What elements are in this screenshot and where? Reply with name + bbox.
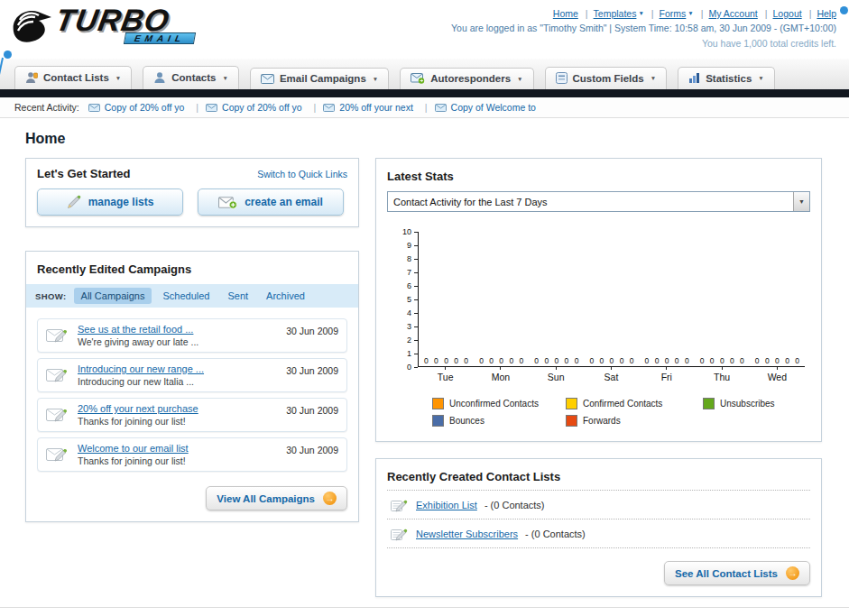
legend-item: Confirmed Contacts: [566, 398, 703, 409]
contact-list-row[interactable]: Newsletter Subscribers - (0 Contacts): [387, 519, 810, 548]
campaign-row[interactable]: 20% off your next purchase Thanks for jo…: [37, 398, 347, 432]
tab-custom-fields[interactable]: Custom Fields ▼: [545, 67, 668, 89]
arrow-right-icon: →: [786, 566, 799, 580]
campaigns-title: Recently Edited Campaigns: [37, 262, 191, 276]
y-tick-label: 7: [407, 268, 411, 277]
recently-edited-campaigns-panel: Recently Edited Campaigns SHOW: All Camp…: [25, 251, 359, 522]
legend-swatch: [566, 415, 577, 427]
logo-swoosh-icon: [11, 6, 52, 44]
chart-day-group: 0 0 0 0 0: [750, 232, 805, 366]
recent-activity-link[interactable]: 20% off your next: [323, 102, 434, 113]
campaign-title-link[interactable]: Welcome to our email list: [78, 443, 278, 454]
campaign-subtitle: Introducing our new Italia ...: [78, 376, 278, 387]
campaign-row[interactable]: Welcome to our email list Thanks for joi…: [37, 437, 347, 472]
tab-contacts[interactable]: Contacts ▼: [143, 66, 239, 89]
contact-list-link[interactable]: Newsletter Subscribers: [416, 529, 518, 539]
y-tick-label: 9: [407, 241, 411, 250]
campaign-subtitle: Thanks for joining our list!: [78, 455, 278, 466]
chart-day-group: 0 0 0 0 0: [640, 232, 695, 366]
recent-activity-link[interactable]: Copy of Welcome to: [435, 102, 536, 113]
arrow-right-icon: →: [323, 492, 337, 505]
legend-item: Bounces: [432, 415, 566, 427]
envelope-icon: [206, 104, 217, 112]
campaign-text: See us at the retail food ... We're givi…: [78, 324, 278, 347]
x-tick-label: Fri: [639, 367, 694, 385]
filter-scheduled[interactable]: Scheduled: [155, 288, 217, 304]
statistics-icon: [688, 72, 700, 84]
create-email-button[interactable]: create an email: [198, 188, 344, 216]
nav-help-link[interactable]: Help: [817, 6, 836, 21]
tab-label: Contact Lists: [43, 72, 109, 83]
nav-logout-link[interactable]: Logout: [773, 6, 817, 21]
tab-label: Email Campaigns: [280, 73, 366, 84]
x-tick-label: Thu: [694, 367, 749, 385]
campaign-row[interactable]: See us at the retail food ... We're givi…: [37, 318, 347, 353]
filter-all-campaigns[interactable]: All Campaigns: [74, 288, 152, 304]
tab-autoresponders[interactable]: Autoresponders ▼: [400, 68, 533, 89]
campaign-edit-icon: [46, 406, 69, 424]
dropdown-caret-icon: ▼: [373, 76, 378, 82]
tab-contact-lists[interactable]: Contact Lists ▼: [14, 66, 132, 89]
edit-list-icon: [391, 526, 409, 541]
y-tick-label: 10: [402, 227, 411, 236]
campaign-row[interactable]: Introducing our new range ... Introducin…: [37, 358, 347, 392]
filter-sent[interactable]: Sent: [220, 288, 255, 304]
campaign-title-link[interactable]: 20% off your next purchase: [78, 403, 278, 414]
tab-label: Autoresponders: [430, 73, 511, 84]
tab-label: Statistics: [706, 73, 752, 84]
recent-activity-link[interactable]: Copy of 20% off yo: [88, 102, 206, 113]
recent-activity-link[interactable]: Copy of 20% off yo: [206, 102, 323, 113]
zero-value-labels: 0 0 0 0 0: [645, 356, 689, 366]
manage-lists-button[interactable]: manage lists: [37, 188, 183, 216]
see-all-contact-lists-button[interactable]: See All Contact Lists →: [664, 561, 810, 585]
turbo-email-logo[interactable]: TURBO EMAIL: [5, 5, 200, 46]
logo-title: TURBO: [53, 6, 171, 34]
contact-activity-chart: 10 9 8 7 6 5 4 3 2 1 0: [385, 232, 805, 385]
campaign-title-link[interactable]: See us at the retail food ...: [78, 324, 278, 335]
chart-y-axis: 10 9 8 7 6 5 4 3 2 1 0: [385, 232, 418, 367]
credits-info: You have 1,000 total credits left.: [451, 36, 836, 51]
main-content: Home Let's Get Started Switch to Quick L…: [0, 118, 849, 597]
chart-plot-area: 0 0 0 0 0 0 0 0 0 0 0 0 0 0 0 0 0 0 0 0 …: [418, 232, 805, 367]
contact-list-count: - (0 Contacts): [484, 500, 545, 510]
tab-label: Custom Fields: [573, 73, 644, 84]
campaign-title-link[interactable]: Introducing our new range ...: [78, 363, 278, 374]
y-tick-label: 3: [407, 322, 411, 331]
page-title: Home: [25, 131, 822, 147]
zero-value-labels: 0 0 0 0 0: [534, 356, 578, 366]
zero-value-labels: 0 0 0 0 0: [424, 356, 468, 366]
nav-templates-link[interactable]: Templates▼: [594, 6, 660, 21]
y-tick-label: 5: [407, 295, 411, 304]
y-tick-label: 4: [407, 308, 411, 317]
contact-list-row[interactable]: Exhibition List - (0 Contacts): [387, 490, 810, 519]
contact-list-link[interactable]: Exhibition List: [416, 500, 477, 510]
contacts-icon: [153, 71, 166, 84]
envelope-plus-icon: [218, 196, 237, 209]
y-tick-label: 1: [407, 349, 411, 358]
selected-range: Contact Activity for the Last 7 Days: [388, 197, 548, 207]
logo-subtitle: EMAIL: [124, 32, 196, 44]
nav-forms-link[interactable]: Forms▼: [660, 6, 709, 21]
switch-to-quick-links-link[interactable]: Switch to Quick Links: [257, 169, 347, 179]
campaign-date: 30 Jun 2009: [286, 445, 338, 455]
view-all-campaigns-button[interactable]: View All Campaigns →: [206, 486, 347, 510]
tab-email-campaigns[interactable]: Email Campaigns ▼: [250, 68, 389, 89]
campaign-list: See us at the retail food ... We're givi…: [26, 309, 358, 481]
dropdown-caret-icon: ▼: [688, 9, 693, 18]
tab-statistics[interactable]: Statistics ▼: [678, 67, 775, 89]
legend-swatch: [432, 415, 444, 427]
x-tick-label: Wed: [750, 367, 805, 385]
nav-my-account-link[interactable]: My Account: [709, 6, 773, 21]
zero-value-labels: 0 0 0 0 0: [755, 356, 799, 366]
chart-day-group: 0 0 0 0 0: [474, 232, 529, 366]
contact-lists-icon: [25, 71, 38, 84]
login-info: You are logged in as "Timothy Smith" | S…: [451, 21, 836, 35]
dropdown-caret-icon: ▼: [638, 9, 643, 18]
legend-item: Unconfirmed Contacts: [432, 398, 566, 409]
chart-axis-corner: [385, 367, 418, 385]
nav-home-link[interactable]: Home: [553, 6, 594, 21]
chart-day-group: 0 0 0 0 0: [584, 232, 639, 366]
filter-archived[interactable]: Archived: [259, 288, 312, 304]
zero-value-labels: 0 0 0 0 0: [479, 356, 523, 366]
stats-range-select[interactable]: Contact Activity for the Last 7 Days ▼: [387, 191, 810, 212]
